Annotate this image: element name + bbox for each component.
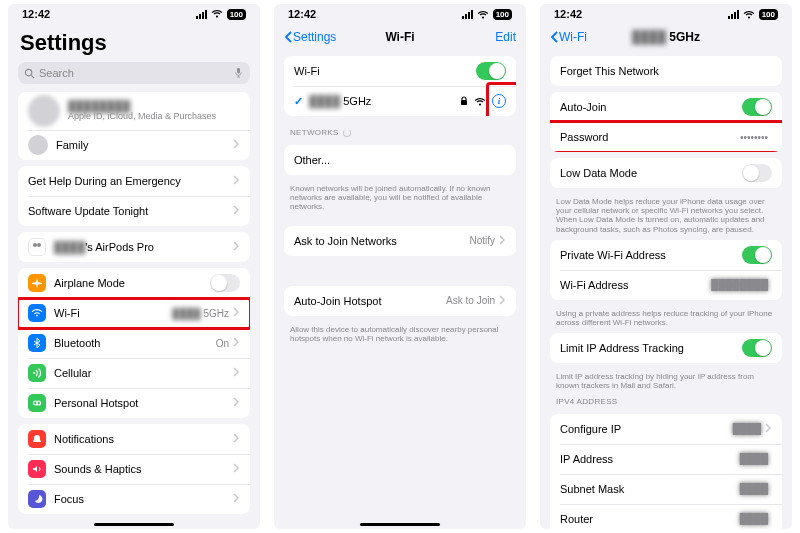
spinner-icon (343, 129, 351, 137)
private-address-row: Private Wi-Fi Address (550, 240, 782, 270)
cellular-row[interactable]: Cellular (18, 358, 250, 388)
networks-note: Known networks will be joined automatica… (274, 181, 526, 212)
avatar (28, 95, 60, 127)
bell-icon (28, 430, 46, 448)
wifi-row[interactable]: Wi-Fi ████ 5GHz (18, 298, 250, 328)
status-time: 12:42 (22, 8, 50, 20)
limit-ip-row: Limit IP Address Tracking (550, 333, 782, 363)
sounds-row[interactable]: Sounds & Haptics (18, 454, 250, 484)
airpods-icon (28, 238, 46, 256)
wifi-address-value: ████████ (711, 279, 768, 290)
auto-join-toggle[interactable] (742, 98, 772, 116)
battery-indicator: 100 (227, 9, 246, 20)
private-address-note: Using a private address helps reduce tra… (540, 306, 792, 327)
software-update-row[interactable]: Software Update Tonight (18, 196, 250, 226)
checkmark-icon: ✓ (294, 95, 303, 108)
password-value: •••••••• (740, 132, 768, 143)
status-bar: 12:42 100 (540, 4, 792, 24)
screen-wifi-list: 12:42 100 Settings Wi-Fi Edit Wi-Fi ✓ ██… (274, 4, 526, 529)
family-row[interactable]: Family (18, 130, 250, 160)
wifi-master-toggle-row: Wi-Fi (284, 56, 516, 86)
hotspot-icon (28, 394, 46, 412)
subnet-mask-row: Subnet Mask████ (550, 474, 782, 504)
focus-row[interactable]: Focus (18, 484, 250, 514)
private-address-toggle[interactable] (742, 246, 772, 264)
svg-point-0 (25, 69, 31, 75)
wifi-strength-icon (474, 97, 486, 106)
speaker-icon (28, 460, 46, 478)
personal-hotspot-row[interactable]: Personal Hotspot (18, 388, 250, 418)
airplane-icon (28, 274, 46, 292)
router-row: Router████ (550, 504, 782, 530)
profile-subtitle: Apple ID, iCloud, Media & Purchases (68, 112, 216, 122)
airplane-toggle[interactable] (210, 274, 240, 292)
airplane-mode-row[interactable]: Airplane Mode (18, 268, 250, 298)
low-data-toggle[interactable] (742, 164, 772, 182)
svg-rect-8 (461, 100, 467, 105)
nav-bar: Settings Wi-Fi Edit (274, 24, 526, 50)
low-data-note: Low Data Mode helps reduce your iPhone d… (540, 194, 792, 234)
screen-settings-root: 12:42 100 Settings Search ████████ Apple… (8, 4, 260, 529)
wifi-toggle[interactable] (476, 62, 506, 80)
auto-join-hotspot-row[interactable]: Auto-Join HotspotAsk to Join (284, 286, 516, 316)
search-icon (24, 68, 35, 79)
edit-button[interactable]: Edit (495, 30, 516, 44)
nav-bar: Wi-Fi ████ 5GHz (540, 24, 792, 50)
cellular-icon (28, 364, 46, 382)
ip-address-row: IP Address████ (550, 444, 782, 474)
limit-ip-note: Limit IP address tracking by hiding your… (540, 369, 792, 390)
lock-icon (460, 96, 468, 106)
chevron-right-icon (233, 139, 240, 151)
status-bar: 12:42 100 (8, 4, 260, 24)
search-placeholder: Search (39, 67, 74, 79)
bluetooth-icon (28, 334, 46, 352)
home-indicator[interactable] (94, 523, 174, 526)
wifi-address-row[interactable]: Wi-Fi Address████████ (550, 270, 782, 300)
current-network-row[interactable]: ✓ ████ 5GHz i (284, 86, 516, 116)
limit-ip-toggle[interactable] (742, 339, 772, 357)
focus-icon (28, 490, 46, 508)
family-icon (28, 135, 48, 155)
svg-point-5 (33, 372, 35, 374)
status-bar: 12:42 100 (274, 4, 526, 24)
configure-ip-row[interactable]: Configure IP████ (550, 414, 782, 444)
page-title: Settings (8, 24, 260, 60)
other-network-row[interactable]: Other... (284, 145, 516, 175)
svg-line-1 (31, 75, 34, 78)
cellular-signal-icon (196, 10, 207, 19)
forget-network-button[interactable]: Forget This Network (550, 56, 782, 86)
svg-point-4 (37, 243, 41, 247)
airpods-row[interactable]: ████'s AirPods Pro (18, 232, 250, 262)
password-row[interactable]: Password•••••••• (550, 122, 782, 152)
auto-join-row: Auto-Join (550, 92, 782, 122)
wifi-icon (211, 8, 223, 20)
svg-point-3 (33, 243, 37, 247)
svg-rect-2 (237, 67, 240, 73)
back-button[interactable]: Settings (284, 30, 336, 44)
emergency-row[interactable]: Get Help During an Emergency (18, 166, 250, 196)
ask-to-join-row[interactable]: Ask to Join NetworksNotify (284, 226, 516, 256)
wifi-icon (28, 304, 46, 322)
screen-wifi-details: 12:42 100 Wi-Fi ████ 5GHz Forget This Ne… (540, 4, 792, 529)
search-input[interactable]: Search (18, 62, 250, 84)
home-indicator[interactable] (360, 523, 440, 526)
networks-header: NETWORKS (274, 122, 526, 139)
back-button[interactable]: Wi-Fi (550, 30, 587, 44)
apple-id-row[interactable]: ████████ Apple ID, iCloud, Media & Purch… (18, 92, 250, 130)
hotspot-note: Allow this device to automatically disco… (274, 322, 526, 343)
bluetooth-row[interactable]: Bluetooth On (18, 328, 250, 358)
notifications-row[interactable]: Notifications (18, 424, 250, 454)
low-data-mode-row: Low Data Mode (550, 158, 782, 188)
info-icon[interactable]: i (492, 94, 506, 108)
svg-point-7 (37, 401, 41, 405)
mic-icon[interactable] (233, 67, 244, 80)
ipv4-header: IPV4 ADDRESS (540, 391, 792, 408)
